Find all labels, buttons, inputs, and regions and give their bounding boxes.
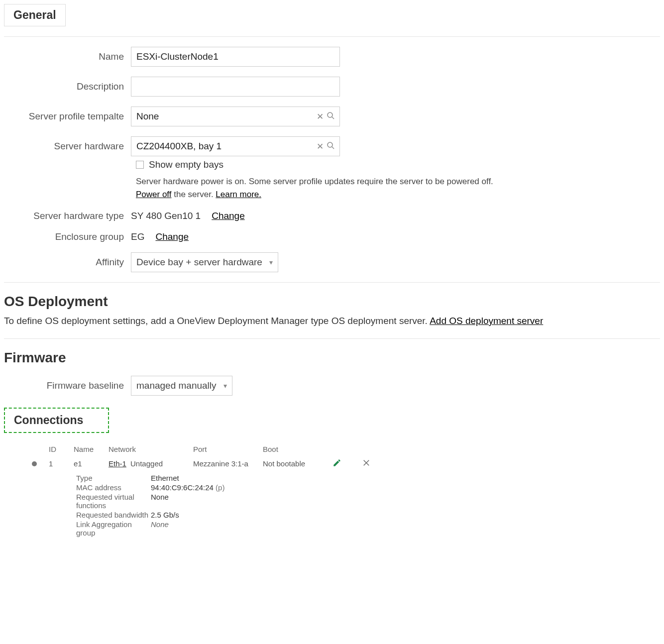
col-name: Name xyxy=(74,445,109,453)
hardware-type-value: SY 480 Gen10 1 xyxy=(131,211,201,221)
add-os-deployment-server-link[interactable]: Add OS deployment server xyxy=(430,316,543,326)
connection-id: 1 xyxy=(49,459,74,468)
affinity-select[interactable]: Device bay + server hardware ▾ xyxy=(131,252,278,272)
clear-icon[interactable]: ✕ xyxy=(317,111,324,122)
chevron-down-icon: ▾ xyxy=(223,382,227,390)
connection-network-tag: Untagged xyxy=(130,459,163,468)
power-off-link[interactable]: Power off xyxy=(136,190,172,199)
svg-line-1 xyxy=(332,117,334,119)
connections-table-header: ID Name Network Port Boot xyxy=(29,445,477,453)
firmware-baseline-label: Firmware baseline xyxy=(4,380,131,391)
description-input[interactable] xyxy=(131,77,340,97)
divider xyxy=(4,36,660,37)
power-note-text-1: Server hardware power is on. Some server… xyxy=(136,177,493,186)
col-network: Network xyxy=(109,445,193,453)
show-empty-bays-label: Show empty bays xyxy=(149,159,223,170)
detail-lag-value: None xyxy=(151,520,169,537)
detail-mac-label: MAC address xyxy=(76,483,151,492)
name-input[interactable]: ESXi-ClusterNode1 xyxy=(131,47,340,67)
detail-type-value: Ethernet xyxy=(151,474,179,482)
search-icon[interactable] xyxy=(327,141,334,152)
search-icon[interactable] xyxy=(327,111,334,122)
detail-lag-label: Link Aggregation group xyxy=(76,520,151,537)
name-input-value: ESXi-ClusterNode1 xyxy=(136,51,334,62)
hardware-label: Server hardware xyxy=(4,141,131,152)
connection-name: e1 xyxy=(74,459,109,468)
detail-vf-value: None xyxy=(151,493,169,510)
template-value: None xyxy=(136,111,317,122)
col-port: Port xyxy=(193,445,263,453)
connection-boot: Not bootable xyxy=(263,459,332,468)
section-header-general: General xyxy=(4,4,66,26)
svg-line-3 xyxy=(332,147,334,149)
clear-icon[interactable]: ✕ xyxy=(317,141,324,152)
edit-connection-button[interactable] xyxy=(332,458,362,469)
connection-row[interactable]: 1 e1 Eth-1 Untagged Mezzanine 3:1-a Not … xyxy=(29,458,477,469)
affinity-label: Affinity xyxy=(4,257,131,268)
show-empty-bays-checkbox[interactable] xyxy=(136,161,144,169)
col-boot: Boot xyxy=(263,445,332,453)
section-header-connections: Connections xyxy=(4,408,109,433)
delete-connection-button[interactable] xyxy=(362,458,382,469)
col-id: ID xyxy=(49,445,74,453)
firmware-baseline-value: managed manually xyxy=(136,380,217,391)
detail-bw-value: 2.5 Gb/s xyxy=(151,511,179,519)
status-dot-icon xyxy=(32,461,37,466)
hardware-value: CZ204400XB, bay 1 xyxy=(136,141,317,152)
hardware-type-label: Server hardware type xyxy=(4,211,131,221)
enclosure-group-label: Enclosure group xyxy=(4,231,131,242)
os-note-text: To define OS deployment settings, add a … xyxy=(4,316,430,326)
chevron-down-icon: ▾ xyxy=(269,258,273,266)
learn-more-link[interactable]: Learn more. xyxy=(216,190,261,199)
detail-bw-label: Requested bandwidth xyxy=(76,511,151,519)
name-label: Name xyxy=(4,51,131,62)
divider xyxy=(4,282,660,283)
connection-network-link[interactable]: Eth-1 xyxy=(109,459,126,468)
detail-mac-suffix: (p) xyxy=(216,483,224,492)
enclosure-group-value: EG xyxy=(131,231,144,242)
template-label: Server profile tempalte xyxy=(4,111,131,122)
divider xyxy=(4,338,660,339)
hardware-combobox[interactable]: CZ204400XB, bay 1 ✕ xyxy=(131,136,340,156)
change-hardware-type-link[interactable]: Change xyxy=(212,211,245,221)
connection-port: Mezzanine 3:1-a xyxy=(193,459,263,468)
change-enclosure-group-link[interactable]: Change xyxy=(155,231,189,242)
section-header-os: OS Deployment xyxy=(4,294,660,310)
power-note-text-2: the server. xyxy=(172,190,216,199)
affinity-value: Device bay + server hardware xyxy=(136,257,262,268)
svg-point-2 xyxy=(328,142,332,147)
detail-mac-value: 94:40:C9:6C:24:24 xyxy=(151,483,214,492)
detail-type-label: Type xyxy=(76,474,151,482)
detail-vf-label: Requested virtual functions xyxy=(76,493,151,510)
section-header-firmware: Firmware xyxy=(4,350,660,366)
firmware-baseline-select[interactable]: managed manually ▾ xyxy=(131,376,232,396)
description-label: Description xyxy=(4,81,131,92)
svg-point-0 xyxy=(328,112,332,117)
template-combobox[interactable]: None ✕ xyxy=(131,107,340,126)
connection-detail: Type Ethernet MAC address 94:40:C9:6C:24… xyxy=(76,474,477,537)
